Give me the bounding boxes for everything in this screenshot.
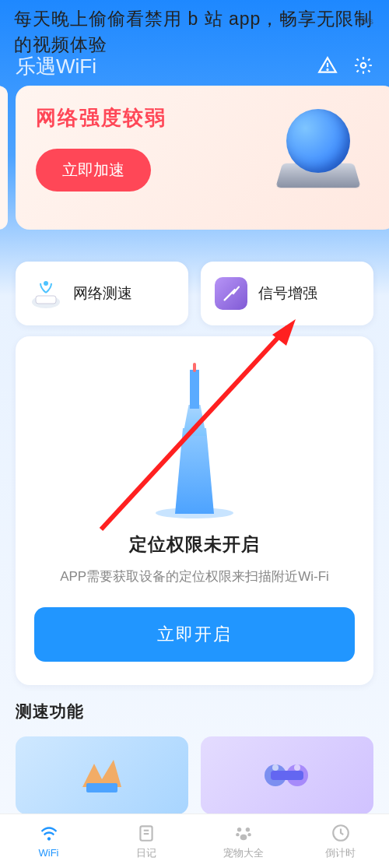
banner-title: 网络强度较弱 — [36, 104, 166, 132]
svg-point-17 — [237, 827, 240, 831]
speed-feature-card-2[interactable] — [201, 736, 373, 814]
banner-peek-left — [0, 86, 8, 230]
globe-server-icon — [275, 109, 361, 195]
nav-pets[interactable]: 宠物大全 — [194, 814, 292, 868]
section-title: 测速功能 — [16, 701, 373, 722]
tools-row: 网络测速 信号增强 — [16, 262, 373, 325]
nav-label: 日记 — [136, 846, 156, 860]
svg-point-1 — [327, 69, 328, 69]
nav-label: 宠物大全 — [223, 846, 264, 860]
svg-point-20 — [247, 833, 251, 836]
permission-description: APP需要获取设备的定位权限来扫描附近Wi-Fi — [60, 568, 329, 585]
settings-icon[interactable] — [353, 55, 373, 79]
warning-icon[interactable] — [317, 55, 338, 79]
nav-label: WiFi — [39, 847, 59, 859]
svg-point-12 — [272, 764, 279, 771]
enable-permission-button[interactable]: 立即开启 — [34, 607, 355, 662]
bottom-navigation: WiFi 日记 宠物大全 倒计时 — [0, 814, 389, 868]
nav-wifi[interactable]: WiFi — [0, 814, 97, 868]
tool-label: 信号增强 — [258, 283, 317, 304]
overlay-article-text: 每天晚上偷偷看禁用 b 站 app，畅享无限制的视频体验 — [14, 6, 375, 58]
paw-icon — [233, 823, 254, 843]
svg-rect-11 — [271, 771, 303, 780]
nav-countdown[interactable]: 倒计时 — [292, 814, 389, 868]
svg-rect-8 — [86, 783, 117, 792]
clock-icon — [331, 823, 351, 843]
nav-label: 倒计时 — [325, 846, 356, 860]
svg-rect-4 — [36, 296, 56, 304]
signal-boost-card[interactable]: 信号增强 — [201, 262, 373, 325]
network-status-banner[interactable]: 网络强度较弱 立即加速 — [16, 86, 389, 230]
tool-label: 网络测速 — [73, 283, 132, 304]
svg-point-18 — [245, 827, 249, 831]
nav-diary[interactable]: 日记 — [97, 814, 194, 868]
signal-tower-icon — [148, 366, 241, 514]
diary-icon — [136, 823, 156, 843]
signal-boost-icon — [215, 277, 247, 310]
svg-point-2 — [361, 62, 366, 68]
speed-test-section: 测速功能 — [16, 701, 373, 814]
wifi-icon — [39, 824, 59, 844]
speed-test-card[interactable]: 网络测速 — [16, 262, 188, 325]
speed-feature-card-1[interactable] — [16, 736, 188, 814]
svg-point-19 — [236, 833, 239, 836]
location-permission-card: 定位权限未开启 APP需要获取设备的定位权限来扫描附近Wi-Fi 立即开启 — [16, 336, 373, 685]
permission-title: 定位权限未开启 — [129, 532, 260, 557]
wifi-router-icon — [30, 277, 62, 310]
svg-point-13 — [294, 764, 300, 771]
svg-point-21 — [240, 834, 247, 840]
svg-point-5 — [44, 281, 48, 286]
accelerate-button[interactable]: 立即加速 — [36, 149, 151, 192]
